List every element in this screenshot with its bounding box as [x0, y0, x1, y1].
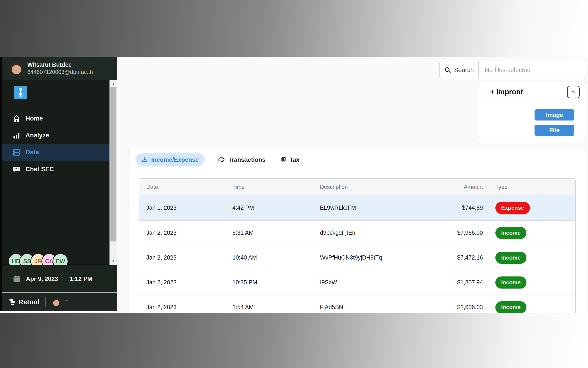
cell-date: Jan 2, 2023 — [139, 254, 232, 261]
image-button[interactable]: Image — [535, 109, 574, 120]
table-row[interactable]: Jan 2, 20231:54 AMFjAd5SN$2,606.03Income — [139, 294, 575, 313]
file-button[interactable]: File — [535, 125, 574, 136]
impront-body: Image File — [478, 102, 585, 136]
cell-time: 4:42 PM — [232, 204, 320, 211]
sidebar-item-data[interactable]: Data — [2, 144, 109, 161]
sidebar-item-chat-sec[interactable]: Chat SEC — [2, 161, 109, 178]
column-header-time: Time — [232, 184, 320, 190]
cell-type: Income — [483, 276, 575, 288]
cell-description: WvPfHuON3t9yjDH8tTq — [320, 254, 447, 261]
tax-icon — [280, 156, 286, 163]
cell-time: 10:35 PM — [232, 279, 320, 286]
tab-tax[interactable]: Tax — [279, 153, 300, 166]
cell-amount: $2,606.03 — [447, 304, 483, 311]
chat-icon — [12, 165, 21, 174]
current-time: 1:12 PM — [70, 275, 92, 283]
cell-time: 1:54 AM — [232, 304, 320, 311]
app-window: Witsarut Butdee 644607120003@dpu.ac.th H… — [0, 57, 588, 313]
table-row[interactable]: Jan 2, 202310:40 AMWvPfHuON3t9yjDH8tTq$7… — [139, 245, 575, 270]
search-icon — [444, 66, 451, 74]
cell-date: Jan 2, 2023 — [139, 230, 232, 236]
table-row[interactable]: Jan 1, 20234:42 PMEL9wRLkJFM$744.89Expen… — [139, 195, 575, 220]
scrollbar-thumb[interactable] — [110, 87, 116, 241]
cell-type: Income — [483, 252, 575, 264]
impront-header: + Impront — [478, 82, 585, 102]
user-avatar[interactable]: EW — [53, 254, 68, 265]
profile-text: Witsarut Butdee 644607120003@dpu.ac.th — [27, 61, 93, 75]
cell-date: Jan 2, 2023 — [139, 304, 232, 311]
download-icon — [141, 156, 148, 163]
user-avatar-stack: HDSSJRCAEW — [9, 254, 68, 265]
cell-type: Income — [483, 227, 575, 239]
type-badge: Expense — [495, 202, 530, 214]
cell-amount: $7,472.16 — [447, 254, 483, 261]
type-badge: Income — [495, 301, 527, 313]
sidebar-item-label: Analyze — [26, 132, 49, 139]
sidebar: Witsarut Butdee 644607120003@dpu.ac.th H… — [2, 57, 117, 311]
search-button[interactable]: Search — [440, 61, 479, 79]
tab-label: Income/Expense — [151, 156, 199, 163]
sidebar-scrollbar[interactable]: ▲ ▼ — [109, 80, 117, 265]
top-letterbox-gradient — [0, 0, 588, 57]
cell-description: d9bckgqFjtEn — [320, 230, 447, 236]
table-row[interactable]: Jan 2, 20235:31 AMd9bckgqFjtEn$7,966.90I… — [139, 220, 575, 245]
tab-label: Tax — [290, 156, 299, 163]
caret-up-icon[interactable]: ⌃ — [64, 299, 68, 305]
tab-income-expense[interactable]: Income/Expense — [135, 153, 205, 166]
bottom-letterbox-gradient — [0, 313, 588, 368]
impront-panel: + Impront Image File — [478, 82, 585, 143]
chevron-up-icon — [570, 89, 576, 95]
file-input[interactable] — [479, 61, 585, 79]
profile-header: Witsarut Butdee 644607120003@dpu.ac.th — [2, 57, 117, 80]
sidebar-item-label: Home — [26, 115, 43, 122]
tabs-row: Income/Expense Transactions Tax — [129, 149, 585, 166]
sidebar-item-label: Chat SEC — [26, 166, 54, 173]
type-badge: Income — [495, 227, 527, 239]
column-header-description: Description — [320, 184, 447, 190]
cell-type: Expense — [483, 202, 575, 214]
table-body: Jan 1, 20234:42 PMEL9wRLkJFM$744.89Expen… — [139, 195, 575, 313]
main-area: Search + Impront Image File — [117, 57, 588, 313]
retool-brand: Retool — [18, 298, 39, 306]
table-header: Date Time Description Amount Type — [139, 179, 575, 195]
cell-time: 5:31 AM — [232, 230, 320, 236]
search-label: Search — [454, 66, 474, 74]
sidebar-item-analyze[interactable]: Analyze — [2, 127, 109, 144]
sidebar-item-label: Data — [26, 149, 39, 156]
transactions-table: Date Time Description Amount Type Jan 1,… — [139, 178, 576, 313]
scrollbar-down-arrow[interactable]: ▼ — [109, 258, 117, 264]
column-header-type: Type — [483, 184, 575, 190]
bar-chart-icon — [12, 131, 21, 140]
app-logo[interactable] — [14, 86, 27, 99]
data-card: Income/Expense Transactions Tax — [128, 149, 585, 313]
scrollbar-up-arrow[interactable]: ▲ — [109, 81, 117, 87]
cell-amount: $1,807.94 — [447, 279, 483, 286]
footer-user-photo[interactable] — [52, 298, 61, 307]
tab-transactions[interactable]: Transactions — [217, 153, 266, 166]
column-header-date: Date — [139, 184, 232, 190]
column-header-amount: Amount — [447, 184, 483, 190]
sidebar-scroll-area: Home Analyze Data — [2, 80, 117, 265]
cloud-sync-icon — [218, 156, 225, 163]
profile-email: 644607120003@dpu.ac.th — [27, 69, 93, 75]
cell-amount: $7,966.90 — [447, 230, 483, 236]
cell-description: EL9wRLkJFM — [320, 204, 447, 211]
collapse-button[interactable] — [567, 86, 580, 98]
retool-footer: Retool ⌃ — [2, 293, 117, 311]
cell-time: 10:40 AM — [232, 254, 320, 261]
sidebar-item-home[interactable]: Home — [2, 110, 109, 127]
cell-type: Income — [483, 301, 575, 313]
retool-logo-icon — [9, 298, 16, 306]
type-badge: Income — [495, 276, 527, 288]
current-date: Apr 9, 2023 — [26, 275, 58, 283]
database-icon — [12, 148, 21, 157]
table-row[interactable]: Jan 2, 202310:35 PMI9SzW$1,807.94Income — [139, 270, 575, 294]
type-badge: Income — [495, 252, 527, 264]
cell-description: I9SzW — [320, 279, 447, 286]
cell-date: Jan 2, 2023 — [139, 279, 232, 286]
tab-label: Transactions — [228, 156, 265, 163]
cell-description: FjAd5SN — [320, 304, 447, 311]
profile-name: Witsarut Butdee — [27, 61, 93, 68]
left-edge-strip — [0, 57, 2, 311]
cell-amount: $744.89 — [447, 204, 483, 211]
